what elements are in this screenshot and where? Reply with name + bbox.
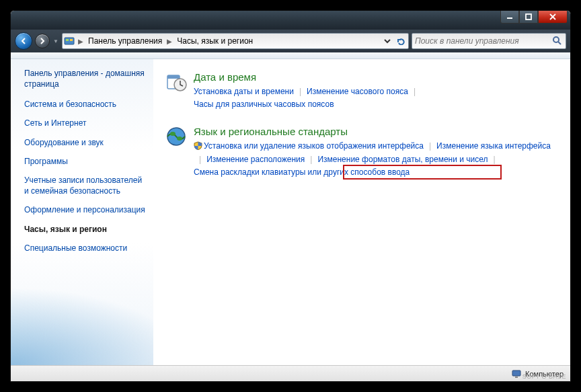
status-label: Компьютер xyxy=(525,370,564,378)
search-icon xyxy=(552,36,563,46)
category-links: Установка даты и времени|Изменение часов… xyxy=(194,85,558,111)
sidebar-item[interactable]: Программы xyxy=(24,156,148,167)
sidebar-item[interactable]: Учетные записи пользователей и семейная … xyxy=(24,175,148,196)
back-button[interactable] xyxy=(15,32,32,50)
svg-point-9 xyxy=(170,132,176,136)
titlebar xyxy=(11,11,570,30)
forward-button[interactable] xyxy=(35,34,50,48)
sidebar-item[interactable]: Сеть и Интернет xyxy=(24,118,148,128)
category-link[interactable]: Изменение расположения xyxy=(206,153,305,166)
sidebar-item[interactable]: Часы, язык и регион xyxy=(24,224,148,235)
nav-history-dropdown[interactable]: ▼ xyxy=(52,38,59,44)
link-separator: | xyxy=(199,153,201,166)
control-panel-window: ▼ ▶ Панель управления ▶ Часы, язык и рег… xyxy=(10,10,571,382)
category-link[interactable]: Изменение часового пояса xyxy=(307,85,408,98)
breadcrumb-separator: ▶ xyxy=(165,38,174,45)
svg-rect-3 xyxy=(70,39,73,41)
globe-icon xyxy=(165,126,187,147)
minimize-button[interactable] xyxy=(500,10,519,24)
control-panel-icon xyxy=(64,36,75,46)
sidebar: Панель управления - домашняя страница Си… xyxy=(11,59,153,365)
category-link[interactable]: Установка даты и времени xyxy=(194,85,294,98)
status-bar: Компьютер xyxy=(11,365,570,381)
computer-icon xyxy=(512,369,521,379)
sidebar-item[interactable]: Оформление и персонализация xyxy=(24,204,148,215)
maximize-button[interactable] xyxy=(519,10,538,24)
svg-point-10 xyxy=(177,136,182,141)
breadcrumb-separator: ▶ xyxy=(76,38,85,45)
address-bar[interactable]: ▶ Панель управления ▶ Часы, язык и регио… xyxy=(62,33,409,49)
search-input[interactable] xyxy=(415,36,549,46)
link-separator: | xyxy=(429,140,431,153)
window-controls xyxy=(500,10,568,24)
main-panel: Дата и времяУстановка даты и времени|Изм… xyxy=(153,59,570,365)
address-dropdown-button[interactable] xyxy=(381,35,393,47)
search-box[interactable] xyxy=(412,33,566,49)
link-separator: | xyxy=(310,153,312,166)
category-links: Установка или удаление языков отображени… xyxy=(194,140,558,179)
sidebar-item[interactable]: Система и безопасность xyxy=(24,99,148,110)
svg-rect-0 xyxy=(526,14,531,19)
sidebar-item[interactable]: Оборудование и звук xyxy=(24,137,148,148)
link-separator: | xyxy=(414,85,416,98)
category-link[interactable]: Смена раскладки клавиатуры или других сп… xyxy=(194,166,410,179)
category: Язык и региональные стандартыУстановка и… xyxy=(165,126,558,179)
svg-rect-2 xyxy=(66,39,69,41)
svg-rect-12 xyxy=(515,377,518,378)
close-button[interactable] xyxy=(538,10,568,24)
category-link[interactable]: Изменение языка интерфейса xyxy=(436,140,551,153)
sidebar-item[interactable]: Специальные возможности xyxy=(24,243,148,253)
category: Дата и времяУстановка даты и времени|Изм… xyxy=(165,71,558,111)
svg-rect-6 xyxy=(167,75,180,79)
sidebar-home-link[interactable]: Панель управления - домашняя страница xyxy=(24,69,148,89)
breadcrumb-section[interactable]: Часы, язык и регион xyxy=(176,35,254,47)
link-separator: | xyxy=(299,85,301,98)
category-link[interactable]: Часы для различных часовых поясов xyxy=(194,98,334,111)
link-separator: | xyxy=(494,153,496,166)
category-title[interactable]: Дата и время xyxy=(194,71,558,83)
category-title[interactable]: Язык и региональные стандарты xyxy=(194,126,558,137)
category-link[interactable]: Изменение форматов даты, времени и чисел xyxy=(317,153,488,166)
breadcrumb-root[interactable]: Панель управления xyxy=(87,35,163,47)
uac-shield-icon xyxy=(194,141,202,150)
category-link[interactable]: Установка или удаление языков отображени… xyxy=(194,140,424,153)
svg-rect-11 xyxy=(512,370,520,376)
clock-calendar-icon xyxy=(165,71,187,93)
navigation-bar: ▼ ▶ Панель управления ▶ Часы, язык и рег… xyxy=(11,30,570,52)
toolbar-stripe xyxy=(11,52,570,59)
refresh-button[interactable] xyxy=(395,35,407,47)
content-area: Панель управления - домашняя страница Си… xyxy=(11,59,570,365)
svg-point-4 xyxy=(553,37,559,42)
